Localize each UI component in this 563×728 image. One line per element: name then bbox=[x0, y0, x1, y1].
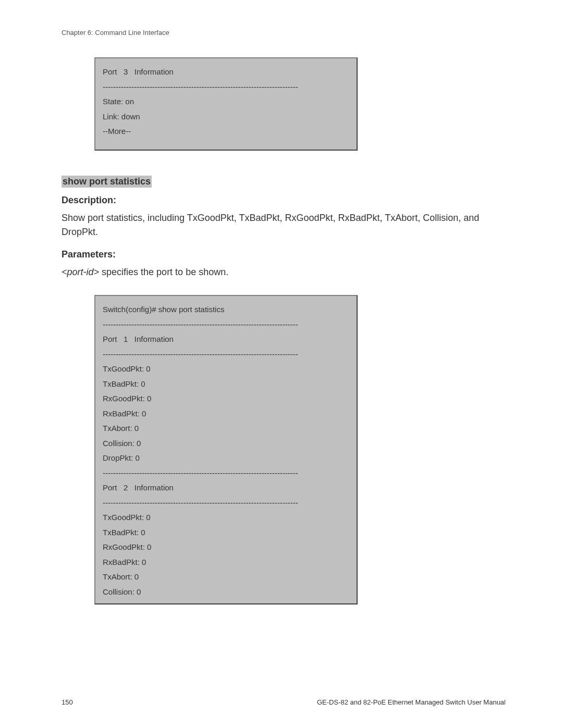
code-line: State: on bbox=[103, 94, 349, 109]
separator-line: ----------------------------------------… bbox=[103, 80, 349, 95]
code-line: TxBadPkt: 0 bbox=[103, 377, 349, 392]
parameters-text: <port-id> specifies the port to be shown… bbox=[62, 265, 506, 279]
document-page: Chapter 6: Command Line Interface Port 3… bbox=[0, 0, 563, 728]
param-id-italic: <port-id> bbox=[62, 267, 99, 277]
code-line: --More-- bbox=[103, 124, 349, 139]
code-line: RxBadPkt: 0 bbox=[103, 555, 349, 570]
code-line: Collision: 0 bbox=[103, 436, 349, 451]
chapter-header: Chapter 6: Command Line Interface bbox=[62, 29, 506, 36]
description-text: Show port statistics, including TxGoodPk… bbox=[62, 211, 506, 240]
code-line: Collision: 0 bbox=[103, 585, 349, 600]
code-line: RxGoodPkt: 0 bbox=[103, 391, 349, 406]
code-line: RxGoodPkt: 0 bbox=[103, 540, 349, 555]
code-line: TxBadPkt: 0 bbox=[103, 525, 349, 540]
code-box-port3: Port 3 Information ---------------------… bbox=[94, 57, 358, 151]
param-rest: specifies the port to be shown. bbox=[99, 267, 228, 277]
code-line: DropPkt: 0 bbox=[103, 451, 349, 466]
separator-line: ----------------------------------------… bbox=[103, 496, 349, 511]
code-line: Port 2 Information bbox=[103, 480, 349, 496]
code-line: Switch(config)# show port statistics bbox=[103, 302, 349, 317]
separator-line: ----------------------------------------… bbox=[103, 317, 349, 332]
code-line: TxGoodPkt: 0 bbox=[103, 362, 349, 377]
code-line: Port 1 Information bbox=[103, 332, 349, 347]
code-box-statistics: Switch(config)# show port statistics ---… bbox=[94, 295, 358, 604]
code-line: TxAbort: 0 bbox=[103, 570, 349, 585]
description-label: Description: bbox=[62, 195, 506, 206]
manual-title: GE-DS-82 and 82-PoE Ethernet Managed Swi… bbox=[317, 698, 506, 706]
section-heading: show port statistics bbox=[62, 176, 152, 188]
page-number: 150 bbox=[62, 698, 73, 706]
parameters-label: Parameters: bbox=[62, 249, 506, 260]
separator-line: ----------------------------------------… bbox=[103, 466, 349, 481]
code-line: RxBadPkt: 0 bbox=[103, 406, 349, 422]
code-line: Port 3 Information bbox=[103, 65, 349, 80]
page-footer: 150 GE-DS-82 and 82-PoE Ethernet Managed… bbox=[62, 698, 506, 706]
code-line: TxGoodPkt: 0 bbox=[103, 510, 349, 525]
separator-line: ----------------------------------------… bbox=[103, 347, 349, 362]
code-line: TxAbort: 0 bbox=[103, 421, 349, 436]
code-line: Link: down bbox=[103, 109, 349, 125]
